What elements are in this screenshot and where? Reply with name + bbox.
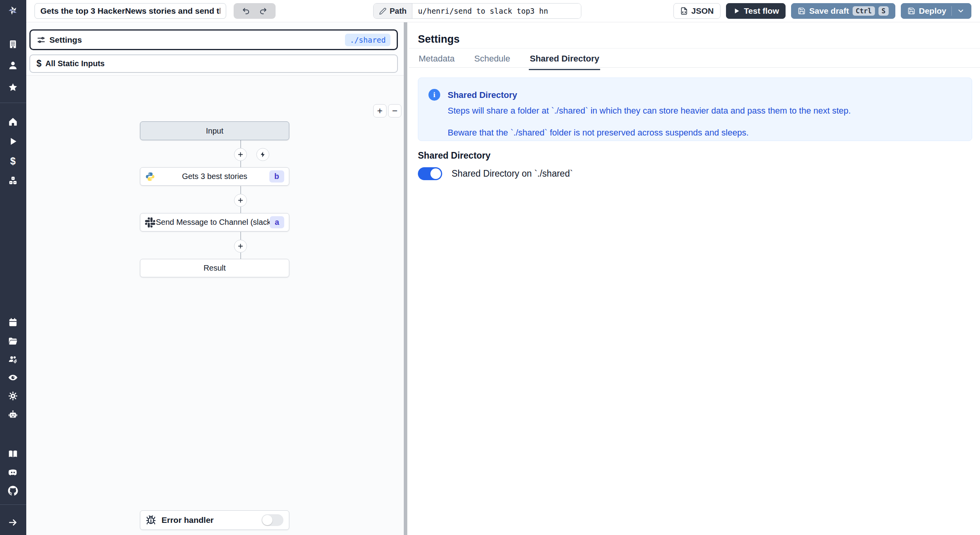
plus-icon (237, 243, 244, 249)
dollar-icon: $ (36, 58, 42, 69)
json-file-icon (680, 7, 688, 15)
bug-icon (146, 515, 156, 525)
flow-canvas[interactable]: + − Input Gets 3 best stories (26, 76, 404, 535)
chevron-down-icon[interactable] (957, 7, 965, 15)
flow-panel: Settings ./shared $ All Static Inputs + … (26, 22, 404, 535)
sidebar-divider (0, 103, 26, 103)
add-step-button[interactable] (234, 148, 247, 161)
static-inputs-label: All Static Inputs (45, 59, 105, 68)
workers-icon[interactable] (7, 354, 18, 365)
pencil-icon (379, 7, 387, 15)
divider (409, 67, 980, 68)
panel-splitter[interactable] (404, 22, 407, 535)
save-icon (907, 7, 915, 15)
kbd-s: S (878, 6, 889, 16)
settings-panel: Settings Metadata Schedule Shared Direct… (409, 22, 980, 535)
info-title: Shared Directory (448, 90, 517, 100)
input-node[interactable]: Input (140, 121, 289, 140)
error-handler-node[interactable]: Error handler (140, 510, 289, 530)
save-draft-button[interactable]: Save draft Ctrl S (791, 3, 895, 19)
step-node-a[interactable]: Send Message to Channel (slack) a (140, 213, 289, 231)
calendar-icon[interactable] (7, 317, 18, 328)
step-id-badge: b (269, 170, 284, 183)
discord-icon[interactable] (7, 467, 18, 478)
home-icon[interactable] (7, 116, 18, 127)
error-handler-toggle[interactable] (261, 514, 283, 526)
python-icon (145, 172, 155, 182)
undo-redo-group (234, 3, 276, 19)
gear-icon[interactable] (7, 390, 18, 401)
shared-directory-badge: ./shared (345, 34, 390, 46)
save-icon (798, 7, 806, 15)
shared-directory-toggle[interactable] (418, 167, 442, 180)
plus-icon (237, 197, 244, 204)
input-node-label: Input (140, 127, 289, 136)
slack-icon (145, 217, 155, 228)
dollar-icon[interactable]: $ (7, 155, 18, 166)
info-line-2: Beware that the `./shared` folder is not… (448, 128, 749, 138)
path-input[interactable] (412, 4, 581, 18)
flow-settings-card[interactable]: Settings ./shared (29, 29, 398, 50)
step-id-badge: a (270, 216, 284, 228)
bolt-icon (260, 151, 266, 158)
folder-icon[interactable] (7, 336, 18, 347)
zoom-in-button[interactable]: + (373, 104, 387, 117)
shared-directory-section-title: Shared Directory (418, 150, 490, 161)
button-divider (951, 6, 952, 16)
settings-tabs: Metadata Schedule Shared Directory (418, 48, 600, 70)
settings-heading: Settings (418, 33, 460, 45)
shared-directory-info-box: i Shared Directory Steps will share a fo… (418, 78, 972, 141)
zoom-out-button[interactable]: − (388, 104, 401, 117)
flow-title-input[interactable] (34, 3, 226, 19)
topbar: Path JSON Test flow Save draft Ctrl S De… (26, 0, 980, 22)
path-label[interactable]: Path (374, 4, 412, 18)
info-line-1: Steps will share a folder at `./shared` … (448, 106, 851, 116)
path-group: Path (373, 3, 581, 19)
result-node[interactable]: Result (140, 259, 289, 277)
topbar-actions: JSON Test flow Save draft Ctrl S Deploy (673, 3, 971, 19)
tab-schedule[interactable]: Schedule (474, 48, 511, 70)
windmill-logo[interactable] (7, 5, 18, 16)
building-icon[interactable] (7, 39, 18, 50)
sliders-icon (37, 36, 45, 44)
tab-metadata[interactable]: Metadata (418, 48, 456, 70)
user-icon[interactable] (7, 60, 18, 71)
shared-directory-toggle-label: Shared Directory on `./shared` (452, 168, 573, 179)
static-inputs-card[interactable]: $ All Static Inputs (29, 54, 398, 73)
redo-icon[interactable] (259, 7, 267, 15)
error-handler-label: Error handler (162, 515, 214, 525)
add-step-button[interactable] (234, 240, 247, 253)
book-icon[interactable] (7, 448, 18, 459)
flow-header: Settings ./shared $ All Static Inputs (26, 22, 404, 76)
shared-directory-toggle-row: Shared Directory on `./shared` (418, 167, 573, 180)
result-node-label: Result (140, 264, 289, 273)
kbd-ctrl: Ctrl (853, 6, 875, 16)
toggle-knob (430, 168, 441, 179)
step-node-a-label: Send Message to Channel (slack) (140, 218, 289, 227)
sidebar-divider (0, 504, 26, 505)
play-icon[interactable] (7, 136, 18, 147)
flow-settings-label: Settings (49, 35, 82, 45)
step-node-b[interactable]: Gets 3 best stories b (140, 167, 289, 186)
star-icon[interactable] (7, 82, 18, 93)
step-node-b-label: Gets 3 best stories (140, 172, 289, 181)
tab-shared-directory[interactable]: Shared Directory (529, 48, 600, 70)
add-step-button[interactable] (234, 194, 247, 207)
undo-icon[interactable] (242, 7, 250, 15)
json-button[interactable]: JSON (673, 3, 720, 19)
plus-icon (237, 151, 244, 158)
eye-icon[interactable] (7, 372, 18, 383)
trigger-button[interactable] (256, 148, 269, 161)
test-flow-button[interactable]: Test flow (726, 3, 786, 19)
toggle-knob (262, 515, 272, 525)
cubes-icon[interactable] (7, 175, 18, 186)
windmill-flow-editor: $ (0, 0, 980, 535)
deploy-button[interactable]: Deploy (901, 3, 971, 19)
info-icon: i (428, 89, 440, 101)
arrow-right-icon[interactable] (7, 517, 18, 528)
github-icon[interactable] (7, 485, 18, 496)
play-icon (733, 7, 740, 15)
sidebar: $ (0, 0, 26, 535)
robot-icon[interactable] (7, 409, 18, 420)
